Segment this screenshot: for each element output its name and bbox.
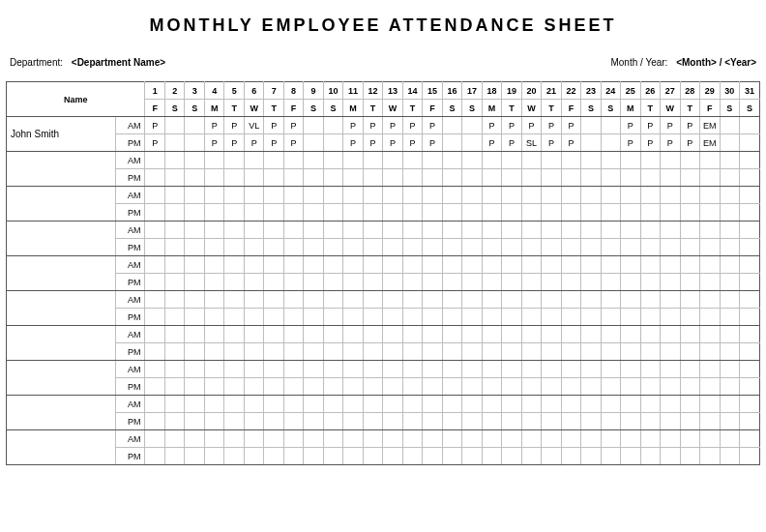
attendance-cell bbox=[383, 361, 402, 378]
attendance-cell bbox=[700, 413, 720, 430]
attendance-cell bbox=[621, 291, 640, 309]
attendance-cell bbox=[145, 396, 164, 413]
attendance-cell bbox=[601, 309, 620, 326]
attendance-cell bbox=[402, 326, 422, 343]
attendance-cell bbox=[442, 222, 461, 239]
attendance-cell bbox=[542, 378, 561, 396]
header-weekday: S bbox=[720, 100, 739, 117]
attendance-cell bbox=[661, 239, 680, 256]
attendance-cell bbox=[521, 239, 541, 256]
attendance-cell bbox=[402, 396, 422, 413]
meta-row: Department: <Department Name> Month / Ye… bbox=[10, 57, 756, 68]
attendance-cell bbox=[423, 222, 442, 239]
attendance-cell bbox=[164, 239, 184, 256]
attendance-cell bbox=[264, 204, 283, 222]
attendance-cell bbox=[561, 204, 580, 222]
attendance-cell: P bbox=[561, 117, 580, 134]
attendance-cell bbox=[640, 274, 660, 291]
attendance-cell bbox=[542, 361, 561, 378]
attendance-cell bbox=[462, 413, 482, 430]
attendance-cell bbox=[482, 187, 501, 204]
attendance-cell bbox=[740, 187, 760, 204]
attendance-cell bbox=[244, 187, 263, 204]
header-weekday: F bbox=[561, 100, 580, 117]
attendance-cell: P bbox=[402, 134, 422, 152]
attendance-cell: EM bbox=[700, 134, 720, 152]
attendance-cell bbox=[264, 343, 283, 361]
attendance-cell bbox=[323, 326, 342, 343]
attendance-cell bbox=[185, 343, 204, 361]
header-day: 17 bbox=[462, 82, 482, 100]
attendance-cell bbox=[601, 274, 620, 291]
attendance-cell bbox=[700, 187, 720, 204]
attendance-cell bbox=[204, 204, 223, 222]
attendance-cell bbox=[185, 326, 204, 343]
attendance-cell bbox=[740, 222, 760, 239]
attendance-cell bbox=[244, 413, 263, 430]
attendance-cell bbox=[601, 378, 620, 396]
attendance-cell bbox=[363, 204, 382, 222]
attendance-cell bbox=[304, 430, 323, 448]
attendance-cell bbox=[264, 378, 283, 396]
month-year-block: Month / Year: <Month> / <Year> bbox=[610, 57, 756, 68]
attendance-cell bbox=[204, 396, 223, 413]
attendance-cell bbox=[640, 204, 660, 222]
employee-name bbox=[7, 256, 116, 291]
attendance-cell bbox=[502, 187, 521, 204]
attendance-cell bbox=[283, 413, 303, 430]
attendance-cell bbox=[581, 117, 601, 134]
header-weekday: F bbox=[145, 100, 164, 117]
attendance-cell bbox=[561, 256, 580, 274]
attendance-cell bbox=[700, 343, 720, 361]
attendance-cell bbox=[264, 430, 283, 448]
header-weekday: W bbox=[661, 100, 680, 117]
attendance-cell bbox=[720, 239, 739, 256]
attendance-cell bbox=[581, 361, 601, 378]
attendance-cell bbox=[482, 274, 501, 291]
attendance-cell bbox=[561, 291, 580, 309]
attendance-cell bbox=[661, 343, 680, 361]
attendance-cell bbox=[521, 396, 541, 413]
attendance-cell bbox=[264, 169, 283, 187]
attendance-cell bbox=[700, 309, 720, 326]
attendance-cell bbox=[164, 152, 184, 169]
period-am: AM bbox=[115, 361, 145, 378]
attendance-cell bbox=[621, 361, 640, 378]
attendance-cell bbox=[462, 169, 482, 187]
attendance-cell bbox=[283, 187, 303, 204]
attendance-cell bbox=[661, 448, 680, 465]
attendance-cell bbox=[283, 309, 303, 326]
attendance-cell bbox=[204, 291, 223, 309]
attendance-cell bbox=[700, 361, 720, 378]
attendance-cell bbox=[264, 396, 283, 413]
attendance-cell bbox=[542, 204, 561, 222]
attendance-cell bbox=[363, 378, 382, 396]
attendance-cell bbox=[145, 343, 164, 361]
attendance-cell bbox=[185, 309, 204, 326]
attendance-cell bbox=[224, 169, 244, 187]
attendance-cell bbox=[640, 361, 660, 378]
attendance-cell bbox=[482, 361, 501, 378]
attendance-cell bbox=[402, 343, 422, 361]
attendance-cell bbox=[164, 343, 184, 361]
attendance-cell bbox=[343, 291, 363, 309]
attendance-cell bbox=[740, 448, 760, 465]
attendance-cell bbox=[640, 239, 660, 256]
header-day: 4 bbox=[204, 82, 223, 100]
attendance-cell bbox=[402, 413, 422, 430]
attendance-cell bbox=[661, 152, 680, 169]
attendance-cell bbox=[640, 430, 660, 448]
attendance-cell bbox=[561, 239, 580, 256]
attendance-cell bbox=[581, 396, 601, 413]
period-am: AM bbox=[115, 117, 145, 134]
attendance-cell bbox=[661, 222, 680, 239]
attendance-cell bbox=[323, 343, 342, 361]
attendance-cell bbox=[621, 448, 640, 465]
attendance-cell bbox=[482, 343, 501, 361]
attendance-cell bbox=[244, 239, 263, 256]
attendance-cell bbox=[521, 413, 541, 430]
attendance-cell bbox=[264, 187, 283, 204]
attendance-cell bbox=[304, 152, 323, 169]
attendance-cell bbox=[700, 169, 720, 187]
header-day: 23 bbox=[581, 82, 601, 100]
